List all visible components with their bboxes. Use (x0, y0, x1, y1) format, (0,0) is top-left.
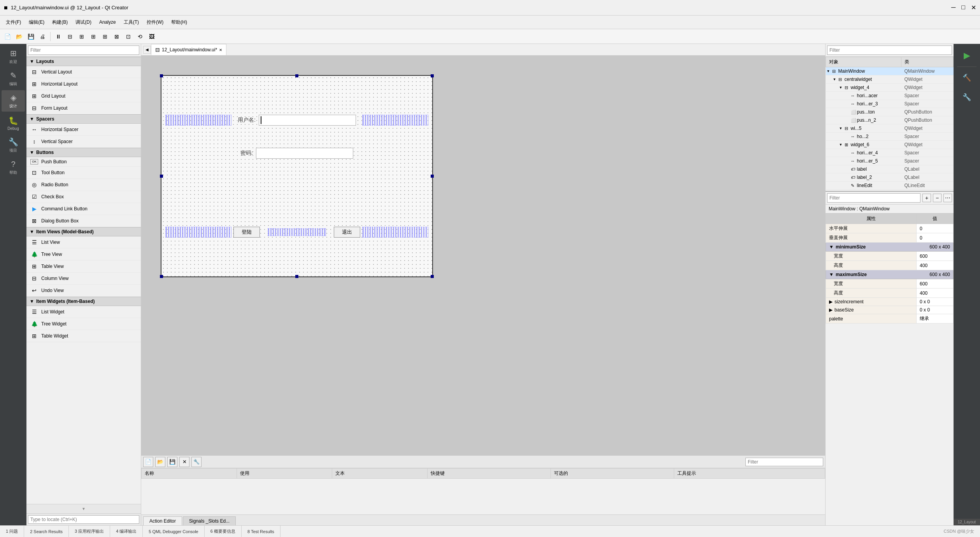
bottom-settings-btn[interactable]: 🔧 (191, 457, 202, 467)
menu-help[interactable]: 帮助(H) (167, 17, 191, 27)
login-button[interactable]: 登陆 (233, 227, 260, 238)
palette-item-command-link-button[interactable]: ▶ Command Link Button (26, 203, 141, 215)
palette-item-undo-view[interactable]: ↩ Undo View (26, 285, 141, 297)
canvas-area[interactable]: 用户名: 密码: (141, 56, 825, 455)
sizeincrement-expand[interactable]: ▶ (829, 299, 833, 304)
prop-add-btn[interactable]: + (922, 194, 931, 202)
toolbar-layout-split[interactable]: ⊠ (111, 31, 122, 42)
prop-val-palette[interactable]: 继承 (917, 314, 954, 324)
sidebar-item-debug[interactable]: 🐛 Debug (2, 112, 25, 134)
sidebar-item-welcome[interactable]: ⊞ 欢迎 (2, 46, 25, 67)
inspector-row[interactable]: ↔ho...2Spacer (826, 133, 954, 141)
tab-mainwindow[interactable]: ⊟ 12_Layout/mainwindow.ui* ✕ (151, 44, 226, 55)
bottom-delete-btn[interactable]: ✕ (179, 457, 189, 467)
toolbar-open[interactable]: 📂 (14, 31, 25, 42)
palette-item-tree-widget[interactable]: 🌲 Tree Widget (26, 318, 141, 330)
palette-filter-input[interactable] (28, 45, 139, 55)
toolbar-print[interactable]: 🖨 (37, 31, 48, 42)
inspector-row[interactable]: ⬜pus...n_2QPushButton (826, 116, 954, 124)
sidebar-item-help[interactable]: ? 帮助 (2, 157, 25, 178)
prop-filter-input[interactable] (827, 193, 920, 203)
maxsize-expand[interactable]: ▼ (829, 272, 834, 277)
prop-val-maxwidth[interactable]: 600 (917, 279, 954, 289)
tab-signals-slots[interactable]: Signals _Slots Ed... (183, 516, 236, 525)
handle-br[interactable] (431, 275, 434, 278)
inspector-row[interactable]: ▼⊟widget_4QWidget (826, 84, 954, 92)
locate-input[interactable] (28, 515, 139, 524)
toolbar-layout-grid[interactable]: ⊞ (88, 31, 99, 42)
inspector-row[interactable]: ▼⊟MainWindowQMainWindow (826, 67, 954, 75)
palette-item-vertical-spacer[interactable]: ↕ Vertical Spacer (26, 136, 141, 148)
prop-val-maxheight[interactable]: 400 (917, 289, 954, 298)
project-run-btn[interactable]: ▶ (955, 46, 978, 65)
sidebar-item-edit[interactable]: ✎ 编辑 (2, 68, 25, 89)
status-compile[interactable]: 4 编译输出 (110, 526, 143, 537)
item-views-arrow[interactable]: ▼ (30, 229, 34, 234)
menu-edit[interactable]: 编辑(E) (25, 17, 48, 27)
prop-val-minheight[interactable]: 400 (917, 261, 954, 270)
bottom-new-btn[interactable]: 📄 (143, 457, 153, 467)
handle-bl[interactable] (160, 275, 163, 278)
status-app-output[interactable]: 3 应用程序输出 (69, 526, 110, 537)
prop-val-vstretch[interactable]: 0 (917, 233, 954, 243)
palette-item-list-widget[interactable]: ☰ List Widget (26, 306, 141, 318)
palette-item-grid-layout[interactable]: ⊞ Grid Layout (26, 90, 141, 102)
spacers-arrow[interactable]: ▼ (30, 116, 34, 122)
inspector-row[interactable]: 🏷labelQLabel (826, 165, 954, 173)
toolbar-pause[interactable]: ⏸ (53, 31, 64, 42)
palette-item-table-widget[interactable]: ⊞ Table Widget (26, 330, 141, 342)
status-overview[interactable]: 6 概要要信息 (205, 526, 242, 537)
quit-button[interactable]: 退出 (334, 227, 360, 238)
bottom-save-btn[interactable]: 💾 (167, 457, 177, 467)
toolbar-layout-form[interactable]: ⊞ (100, 31, 110, 42)
prop-minus-btn[interactable]: − (933, 194, 941, 202)
toolbar-new[interactable]: 📄 (2, 31, 13, 42)
toolbar-break[interactable]: ⊡ (123, 31, 134, 42)
status-problems[interactable]: 1 问题 (0, 526, 24, 537)
item-widgets-arrow[interactable]: ▼ (30, 299, 34, 304)
palette-item-table-view[interactable]: ⊞ Table View (26, 261, 141, 273)
prop-val-hstretch[interactable]: 0 (917, 224, 954, 233)
palette-item-tool-button[interactable]: ⊡ Tool Button (26, 167, 141, 179)
prop-val-sizeincrement[interactable]: 0 x 0 (917, 298, 954, 306)
layouts-arrow[interactable]: ▼ (30, 59, 34, 64)
prop-settings-btn[interactable]: ⋯ (943, 194, 952, 202)
handle-tr[interactable] (431, 74, 434, 77)
project-tools-btn[interactable]: 🔧 (955, 87, 978, 107)
project-build-btn[interactable]: 🔨 (955, 68, 978, 87)
inspector-row[interactable]: ▼⊟wi...5QWidget (826, 124, 954, 133)
palette-item-form-layout[interactable]: ⊟ Form Layout (26, 102, 141, 114)
toolbar-layout-v[interactable]: ⊞ (76, 31, 87, 42)
inspector-row[interactable]: ⬜pus...tonQPushButton (826, 108, 954, 116)
palette-item-horizontal-spacer[interactable]: ↔ Horizontal Spacer (26, 124, 141, 136)
bottom-open-btn[interactable]: 📂 (155, 457, 165, 467)
menu-build[interactable]: 构建(B) (48, 17, 72, 27)
buttons-arrow[interactable]: ▼ (30, 150, 34, 155)
inspector-row[interactable]: ▼⊟centralwidgetQWidget (826, 75, 954, 84)
inspector-row[interactable]: ▼⊞widget_6QWidget (826, 141, 954, 149)
design-canvas[interactable]: 用户名: 密码: (161, 75, 433, 277)
sidebar-item-project[interactable]: 🔧 项目 (2, 135, 25, 156)
palette-item-check-box[interactable]: ☑ Check Box (26, 191, 141, 203)
palette-item-column-view[interactable]: ⊟ Column View (26, 273, 141, 285)
handle-ml[interactable] (160, 175, 163, 178)
toolbar-image[interactable]: 🖼 (146, 31, 157, 42)
prop-val-basesize[interactable]: 0 x 0 (917, 306, 954, 314)
basesize-expand[interactable]: ▶ (829, 307, 833, 313)
inspector-row[interactable]: ↔hori...er_3Spacer (826, 100, 954, 108)
handle-tm[interactable] (295, 74, 298, 77)
inspector-filter-input[interactable] (827, 45, 952, 55)
handle-bm[interactable] (295, 275, 298, 278)
handle-tl[interactable] (160, 74, 163, 77)
menu-widgets[interactable]: 控件(W) (143, 17, 167, 27)
toolbar-layout-h[interactable]: ⊟ (65, 31, 75, 42)
tab-action-editor[interactable]: Action Editor (143, 516, 182, 525)
palette-item-list-view[interactable]: ☰ List View (26, 236, 141, 248)
inspector-row[interactable]: ↔hori...er_5Spacer (826, 157, 954, 165)
status-search[interactable]: 2 Search Results (24, 526, 69, 537)
inspector-row[interactable]: ↔hori...acerSpacer (826, 92, 954, 100)
menu-file[interactable]: 文件(F) (2, 17, 25, 27)
palette-item-push-button[interactable]: OK Push Button (26, 157, 141, 167)
tab-close-icon[interactable]: ✕ (219, 48, 222, 52)
menu-analyze[interactable]: Analyze (95, 18, 120, 26)
